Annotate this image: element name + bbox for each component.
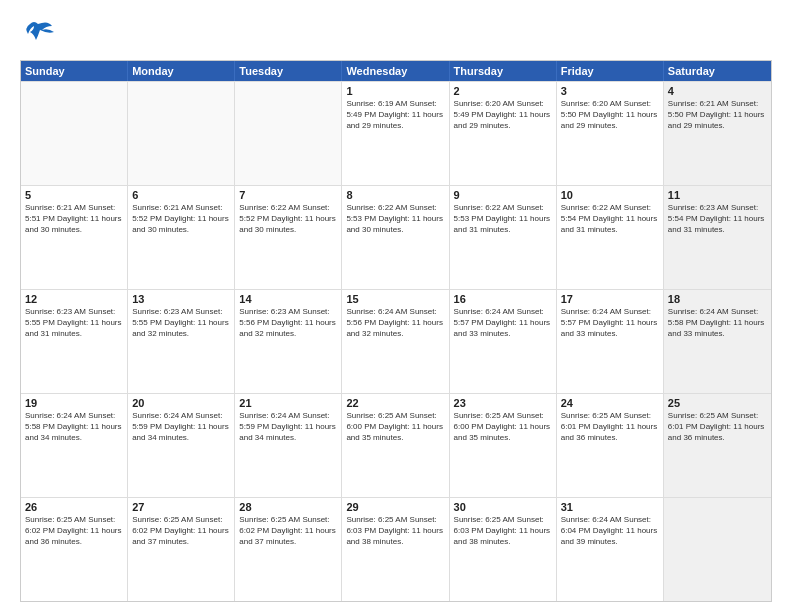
cell-text: Sunrise: 6:25 AM Sunset: 6:03 PM Dayligh… <box>454 515 552 547</box>
cell-text: Sunrise: 6:25 AM Sunset: 6:02 PM Dayligh… <box>132 515 230 547</box>
calendar-cell: 30Sunrise: 6:25 AM Sunset: 6:03 PM Dayli… <box>450 498 557 601</box>
calendar-cell: 3Sunrise: 6:20 AM Sunset: 5:50 PM Daylig… <box>557 82 664 185</box>
cell-text: Sunrise: 6:23 AM Sunset: 5:56 PM Dayligh… <box>239 307 337 339</box>
calendar-body: 1Sunrise: 6:19 AM Sunset: 5:49 PM Daylig… <box>21 81 771 601</box>
cell-text: Sunrise: 6:22 AM Sunset: 5:54 PM Dayligh… <box>561 203 659 235</box>
calendar-cell: 22Sunrise: 6:25 AM Sunset: 6:00 PM Dayli… <box>342 394 449 497</box>
calendar-cell: 8Sunrise: 6:22 AM Sunset: 5:53 PM Daylig… <box>342 186 449 289</box>
cell-text: Sunrise: 6:25 AM Sunset: 6:03 PM Dayligh… <box>346 515 444 547</box>
calendar-header: SundayMondayTuesdayWednesdayThursdayFrid… <box>21 61 771 81</box>
logo <box>20 16 60 52</box>
weekday-header: Monday <box>128 61 235 81</box>
calendar-cell: 6Sunrise: 6:21 AM Sunset: 5:52 PM Daylig… <box>128 186 235 289</box>
cell-text: Sunrise: 6:24 AM Sunset: 5:58 PM Dayligh… <box>25 411 123 443</box>
weekday-header: Thursday <box>450 61 557 81</box>
page-header <box>20 16 772 52</box>
calendar-cell: 18Sunrise: 6:24 AM Sunset: 5:58 PM Dayli… <box>664 290 771 393</box>
cell-text: Sunrise: 6:25 AM Sunset: 6:02 PM Dayligh… <box>239 515 337 547</box>
day-number: 18 <box>668 293 767 305</box>
day-number: 12 <box>25 293 123 305</box>
calendar-cell: 21Sunrise: 6:24 AM Sunset: 5:59 PM Dayli… <box>235 394 342 497</box>
day-number: 4 <box>668 85 767 97</box>
calendar-cell: 24Sunrise: 6:25 AM Sunset: 6:01 PM Dayli… <box>557 394 664 497</box>
calendar-row: 19Sunrise: 6:24 AM Sunset: 5:58 PM Dayli… <box>21 393 771 497</box>
cell-text: Sunrise: 6:24 AM Sunset: 5:57 PM Dayligh… <box>454 307 552 339</box>
calendar-cell: 20Sunrise: 6:24 AM Sunset: 5:59 PM Dayli… <box>128 394 235 497</box>
cell-text: Sunrise: 6:25 AM Sunset: 6:00 PM Dayligh… <box>454 411 552 443</box>
weekday-header: Tuesday <box>235 61 342 81</box>
calendar-cell <box>128 82 235 185</box>
day-number: 26 <box>25 501 123 513</box>
day-number: 19 <box>25 397 123 409</box>
weekday-header: Friday <box>557 61 664 81</box>
cell-text: Sunrise: 6:22 AM Sunset: 5:52 PM Dayligh… <box>239 203 337 235</box>
day-number: 14 <box>239 293 337 305</box>
calendar-cell: 12Sunrise: 6:23 AM Sunset: 5:55 PM Dayli… <box>21 290 128 393</box>
calendar-cell <box>235 82 342 185</box>
calendar-cell: 15Sunrise: 6:24 AM Sunset: 5:56 PM Dayli… <box>342 290 449 393</box>
calendar-cell: 23Sunrise: 6:25 AM Sunset: 6:00 PM Dayli… <box>450 394 557 497</box>
day-number: 22 <box>346 397 444 409</box>
cell-text: Sunrise: 6:25 AM Sunset: 6:01 PM Dayligh… <box>561 411 659 443</box>
day-number: 6 <box>132 189 230 201</box>
calendar-cell: 1Sunrise: 6:19 AM Sunset: 5:49 PM Daylig… <box>342 82 449 185</box>
calendar-cell: 31Sunrise: 6:24 AM Sunset: 6:04 PM Dayli… <box>557 498 664 601</box>
day-number: 23 <box>454 397 552 409</box>
calendar-cell: 28Sunrise: 6:25 AM Sunset: 6:02 PM Dayli… <box>235 498 342 601</box>
day-number: 7 <box>239 189 337 201</box>
day-number: 10 <box>561 189 659 201</box>
day-number: 1 <box>346 85 444 97</box>
calendar-cell <box>664 498 771 601</box>
cell-text: Sunrise: 6:20 AM Sunset: 5:50 PM Dayligh… <box>561 99 659 131</box>
cell-text: Sunrise: 6:21 AM Sunset: 5:52 PM Dayligh… <box>132 203 230 235</box>
calendar-cell: 16Sunrise: 6:24 AM Sunset: 5:57 PM Dayli… <box>450 290 557 393</box>
calendar-cell: 9Sunrise: 6:22 AM Sunset: 5:53 PM Daylig… <box>450 186 557 289</box>
day-number: 20 <box>132 397 230 409</box>
cell-text: Sunrise: 6:25 AM Sunset: 6:01 PM Dayligh… <box>668 411 767 443</box>
weekday-header: Wednesday <box>342 61 449 81</box>
cell-text: Sunrise: 6:21 AM Sunset: 5:51 PM Dayligh… <box>25 203 123 235</box>
day-number: 3 <box>561 85 659 97</box>
cell-text: Sunrise: 6:24 AM Sunset: 5:59 PM Dayligh… <box>132 411 230 443</box>
cell-text: Sunrise: 6:24 AM Sunset: 6:04 PM Dayligh… <box>561 515 659 547</box>
day-number: 21 <box>239 397 337 409</box>
cell-text: Sunrise: 6:21 AM Sunset: 5:50 PM Dayligh… <box>668 99 767 131</box>
calendar-row: 5Sunrise: 6:21 AM Sunset: 5:51 PM Daylig… <box>21 185 771 289</box>
calendar-row: 26Sunrise: 6:25 AM Sunset: 6:02 PM Dayli… <box>21 497 771 601</box>
day-number: 15 <box>346 293 444 305</box>
day-number: 13 <box>132 293 230 305</box>
day-number: 9 <box>454 189 552 201</box>
day-number: 2 <box>454 85 552 97</box>
calendar-row: 12Sunrise: 6:23 AM Sunset: 5:55 PM Dayli… <box>21 289 771 393</box>
day-number: 17 <box>561 293 659 305</box>
day-number: 16 <box>454 293 552 305</box>
day-number: 24 <box>561 397 659 409</box>
cell-text: Sunrise: 6:23 AM Sunset: 5:55 PM Dayligh… <box>25 307 123 339</box>
cell-text: Sunrise: 6:23 AM Sunset: 5:54 PM Dayligh… <box>668 203 767 235</box>
cell-text: Sunrise: 6:24 AM Sunset: 5:57 PM Dayligh… <box>561 307 659 339</box>
cell-text: Sunrise: 6:22 AM Sunset: 5:53 PM Dayligh… <box>454 203 552 235</box>
day-number: 25 <box>668 397 767 409</box>
calendar-cell: 10Sunrise: 6:22 AM Sunset: 5:54 PM Dayli… <box>557 186 664 289</box>
weekday-header: Sunday <box>21 61 128 81</box>
logo-icon <box>20 16 56 52</box>
calendar-cell: 17Sunrise: 6:24 AM Sunset: 5:57 PM Dayli… <box>557 290 664 393</box>
cell-text: Sunrise: 6:24 AM Sunset: 5:58 PM Dayligh… <box>668 307 767 339</box>
cell-text: Sunrise: 6:20 AM Sunset: 5:49 PM Dayligh… <box>454 99 552 131</box>
day-number: 28 <box>239 501 337 513</box>
calendar-cell: 4Sunrise: 6:21 AM Sunset: 5:50 PM Daylig… <box>664 82 771 185</box>
calendar-cell: 14Sunrise: 6:23 AM Sunset: 5:56 PM Dayli… <box>235 290 342 393</box>
day-number: 31 <box>561 501 659 513</box>
calendar: SundayMondayTuesdayWednesdayThursdayFrid… <box>20 60 772 602</box>
day-number: 5 <box>25 189 123 201</box>
calendar-cell: 19Sunrise: 6:24 AM Sunset: 5:58 PM Dayli… <box>21 394 128 497</box>
cell-text: Sunrise: 6:19 AM Sunset: 5:49 PM Dayligh… <box>346 99 444 131</box>
day-number: 8 <box>346 189 444 201</box>
calendar-cell: 11Sunrise: 6:23 AM Sunset: 5:54 PM Dayli… <box>664 186 771 289</box>
calendar-cell: 27Sunrise: 6:25 AM Sunset: 6:02 PM Dayli… <box>128 498 235 601</box>
day-number: 27 <box>132 501 230 513</box>
calendar-cell: 5Sunrise: 6:21 AM Sunset: 5:51 PM Daylig… <box>21 186 128 289</box>
day-number: 11 <box>668 189 767 201</box>
calendar-cell: 13Sunrise: 6:23 AM Sunset: 5:55 PM Dayli… <box>128 290 235 393</box>
weekday-header: Saturday <box>664 61 771 81</box>
